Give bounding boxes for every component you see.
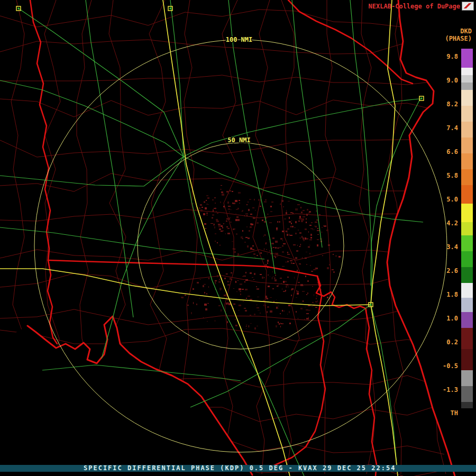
status-text: SPECIFIC DIFFERENTIAL PHASE (KDP) 0.5 DE… (84, 465, 396, 472)
colorbar-tick: 7.4 (432, 124, 458, 132)
colorbar-tick: 0.2 (432, 338, 458, 346)
colorbar-segment (461, 153, 473, 169)
colorbar-segment (461, 267, 473, 283)
colorbar-segment (461, 328, 473, 349)
colorbar-tick: 3.4 (432, 243, 458, 251)
colorbar-tick: 9.0 (432, 77, 458, 84)
colorbar-tick: 1.8 (432, 291, 458, 298)
colorbar-segment (461, 138, 473, 153)
colorbar-segment (461, 235, 473, 251)
colorbar-segment (461, 298, 473, 312)
colorbar-segment (461, 83, 473, 90)
colorbar-segment (461, 222, 473, 235)
colorbar (461, 49, 473, 408)
colorbar-segment (461, 251, 473, 267)
colorbar-tick: 1.0 (432, 315, 458, 322)
ring-label-50nmi: 50 NMI (227, 136, 250, 144)
colorbar-segment (461, 386, 473, 402)
cod-logo-icon (462, 2, 474, 11)
colorbar-tick: -1.3 (432, 386, 458, 393)
radar-map-canvas: 100 NMI 50 NMI (0, 0, 476, 476)
radar-display: 100 NMI 50 NMI NEXLAB-College of DuPage … (0, 0, 476, 476)
colorbar-segment (461, 122, 473, 138)
colorbar-segment (461, 169, 473, 185)
st-marys-river (316, 276, 365, 308)
colorbar-segment (461, 68, 473, 75)
product-phase: (PHASE) (445, 35, 472, 42)
colorbar-tick: 5.0 (432, 196, 458, 203)
site-title: NEXLAB-College of DuPage (369, 3, 460, 10)
colorbar-segment (461, 204, 473, 222)
colorbar-segment (461, 349, 473, 370)
colorbar-segment (461, 90, 473, 106)
colorbar-segment (461, 185, 473, 204)
range-ring-inner (138, 143, 344, 349)
colorbar-tick: 4.2 (432, 219, 458, 227)
colorbar-segment (461, 75, 473, 83)
colorbar-segment (461, 283, 473, 298)
colorbar-tick: 2.6 (432, 267, 458, 274)
colorbar-segment (461, 49, 473, 68)
colorbar-unit-label: TH (432, 409, 458, 417)
colorbar-tick: 5.8 (432, 172, 458, 179)
colorbar-tick: 9.8 (432, 53, 458, 60)
interstate-10 (0, 269, 371, 306)
gulf-water (0, 316, 252, 476)
colorbar-segment (461, 312, 473, 328)
colorbar-tick: 8.2 (432, 100, 458, 108)
colorbar-tick: 6.6 (432, 148, 458, 155)
ga-fl-border (48, 260, 317, 276)
colorbar-segment (461, 370, 473, 386)
product-code: DKD (460, 28, 472, 35)
colorbar-segment (461, 402, 473, 408)
chattahoochee-river (48, 260, 57, 344)
colorbar-tick: -0.5 (432, 362, 458, 370)
ring-label-100nmi: 100 NMI (226, 36, 253, 43)
city-marker (168, 6, 172, 11)
colorbar-segment (461, 106, 473, 122)
